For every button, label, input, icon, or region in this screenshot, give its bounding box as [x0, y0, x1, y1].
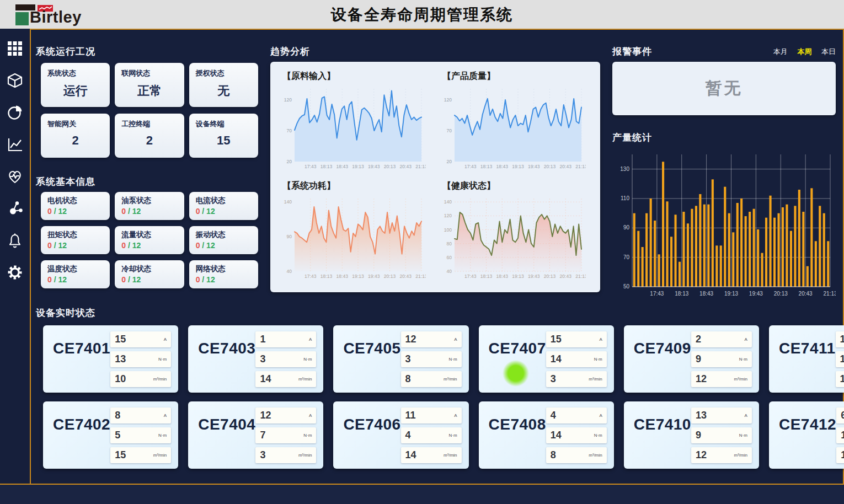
current-reading: 8A	[110, 408, 171, 423]
status-card-oil-pump[interactable]: 油泵状态 0 / 12	[115, 192, 184, 220]
device-card-ce7403[interactable]: CE7403 1A 3N·m 14m³/min	[188, 325, 323, 393]
device-values: 4A 14N·m 8m³/min	[546, 408, 607, 469]
status-card-gateway[interactable]: 智能网关 2	[41, 114, 110, 158]
flow-reading: 10m³/min	[110, 371, 171, 387]
basic-info-section-title: 系统基本信息	[36, 175, 95, 188]
value: 15	[841, 430, 844, 441]
alarm-events-panel: 暂无	[612, 62, 836, 115]
status-card-torque[interactable]: 扭矩状态 0 / 12	[41, 226, 110, 254]
status-card-temperature[interactable]: 温度状态 0 / 12	[41, 260, 110, 288]
card-count: 0 / 12	[47, 275, 103, 284]
card-label: 冷却状态	[121, 264, 177, 274]
svg-text:18:13: 18:13	[480, 274, 493, 279]
torque-reading: 13N·m	[110, 351, 171, 367]
health-pulse-icon[interactable]	[7, 169, 23, 184]
device-name: CE7401	[43, 325, 110, 393]
value: 3	[260, 449, 265, 461]
status-card-network[interactable]: 联网状态 正常	[115, 63, 184, 107]
value: 15	[551, 334, 562, 345]
tab-this-month[interactable]: 本月	[773, 47, 788, 56]
unit: A	[309, 337, 312, 342]
device-card-ce7409[interactable]: CE7409 2A 9N·m 12m³/min	[624, 325, 759, 393]
unit: A	[164, 337, 167, 342]
current-reading: 12A	[255, 408, 316, 423]
value: 13	[115, 353, 126, 365]
svg-text:19:13: 19:13	[512, 274, 524, 279]
torque-reading: 15N·m	[836, 427, 844, 443]
device-values: 12A 7N·m 3m³/min	[255, 408, 316, 469]
total-count: / 12	[128, 275, 141, 284]
device-card-ce7407[interactable]: CE7407 15A 14N·m 3m³/min	[479, 325, 614, 393]
torque-reading: 14N·m	[546, 351, 607, 367]
device-name: CE7409	[624, 325, 691, 393]
unit: A	[745, 413, 747, 418]
card-value: 15	[196, 133, 252, 148]
value: 6	[841, 410, 844, 421]
value: 14	[551, 430, 562, 441]
operating-section-title: 系统运行工况	[36, 45, 95, 58]
value: 12	[696, 449, 707, 461]
unit: N·m	[594, 357, 602, 362]
chart-title: 【系统功耗】	[282, 180, 431, 192]
status-card-cooling[interactable]: 冷却状态 0 / 12	[115, 260, 184, 288]
torque-reading: 3N·m	[401, 351, 462, 367]
device-values: 10A 15N·m 11m³/min	[836, 331, 844, 393]
device-card-ce7402[interactable]: CE7402 8A 5N·m 15m³/min	[43, 401, 178, 469]
device-name: CE7403	[188, 325, 255, 393]
product-quality-chart: 【产品质量】 17:4318:1318:4319:1319:4320:1320:…	[439, 69, 591, 179]
tab-today[interactable]: 本日	[821, 47, 836, 56]
unit: N·m	[594, 433, 602, 438]
device-card-ce7406[interactable]: CE7406 11A 4N·m 14m³/min	[333, 401, 468, 469]
flow-reading: 3m³/min	[255, 447, 316, 463]
status-card-current[interactable]: 电流状态 0 / 12	[189, 192, 258, 220]
line-chart-icon[interactable]	[7, 137, 23, 152]
apps-grid-icon[interactable]	[7, 41, 23, 56]
status-card-vibration[interactable]: 振动状态 0 / 12	[189, 226, 258, 254]
status-card-flow[interactable]: 流量状态 0 / 12	[115, 226, 184, 254]
value: 8	[405, 373, 411, 385]
device-card-ce7411[interactable]: CE7411 10A 15N·m 11m³/min	[769, 325, 844, 393]
svg-text:17:43: 17:43	[305, 274, 317, 279]
device-card-ce7410[interactable]: CE7410 13A 9N·m 12m³/min	[624, 401, 759, 469]
device-card-ce7404[interactable]: CE7404 12A 7N·m 3m³/min	[188, 401, 323, 469]
value: 4	[551, 410, 556, 421]
trend-panel: 【原料输入】 17:4318:1318:4319:1319:4320:1320:…	[270, 62, 600, 292]
card-count: 0 / 12	[121, 241, 177, 250]
svg-text:60: 60	[447, 255, 452, 260]
device-card-ce7405[interactable]: CE7405 12A 3N·m 8m³/min	[333, 325, 468, 393]
molecule-icon[interactable]	[7, 201, 23, 216]
value: 11	[405, 410, 416, 421]
torque-reading: 15N·m	[836, 351, 844, 367]
status-card-license[interactable]: 授权状态 无	[189, 63, 258, 107]
flow-reading: 15m³/min	[110, 447, 171, 463]
svg-text:19:43: 19:43	[749, 291, 763, 297]
status-card-system[interactable]: 系统状态 运行	[41, 63, 110, 107]
total-count: / 12	[54, 241, 67, 250]
status-card-network-state[interactable]: 网络状态 0 / 12	[189, 260, 258, 288]
unit: A	[745, 337, 747, 342]
svg-text:20:43: 20:43	[560, 164, 572, 169]
device-card-ce7412[interactable]: CE7412 6A 15N·m 10m³/min	[769, 401, 844, 469]
device-name: CE7406	[333, 401, 400, 469]
pie-chart-icon[interactable]	[7, 105, 23, 120]
card-label: 电机状态	[47, 196, 103, 206]
raw-input-chart: 【原料输入】 17:4318:1318:4319:1319:4320:1320:…	[279, 69, 431, 179]
gear-icon[interactable]	[7, 265, 23, 280]
bell-icon[interactable]	[7, 233, 23, 248]
cube-icon[interactable]	[7, 73, 23, 88]
alarm-count: 0	[196, 241, 200, 250]
value: 8	[551, 449, 556, 461]
tab-this-week[interactable]: 本周	[797, 47, 811, 56]
svg-text:19:43: 19:43	[368, 274, 380, 279]
unit: N·m	[158, 433, 167, 438]
flow-reading: 8m³/min	[401, 371, 462, 387]
device-values: 2A 9N·m 12m³/min	[691, 331, 752, 393]
device-name: CE7404	[188, 401, 255, 469]
svg-text:18:43: 18:43	[496, 164, 509, 169]
status-card-device-terminal[interactable]: 设备终端 15	[189, 114, 258, 158]
status-card-motor[interactable]: 电机状态 0 / 12	[41, 192, 110, 220]
device-card-ce7401[interactable]: CE7401 15A 13N·m 10m³/min	[43, 325, 178, 393]
status-card-terminal[interactable]: 工控终端 2	[115, 114, 184, 158]
current-reading: 6A	[836, 408, 844, 423]
device-card-ce7408[interactable]: CE7408 4A 14N·m 8m³/min	[479, 401, 614, 469]
